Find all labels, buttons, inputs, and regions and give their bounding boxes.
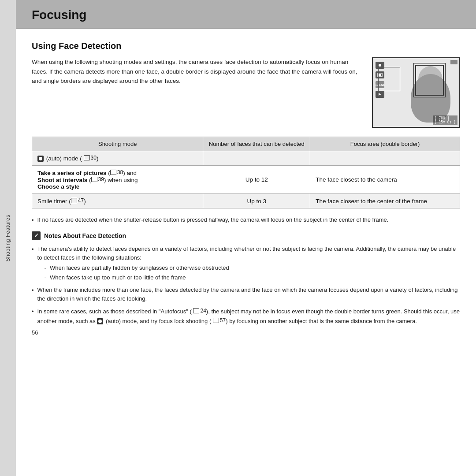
- bullet-dot: •: [32, 216, 34, 225]
- sub-dash: -: [45, 264, 46, 272]
- note-item-1: • The camera's ability to detect faces d…: [32, 245, 460, 282]
- page-ref-57: 57: [213, 316, 226, 325]
- auto-mode-icon: [37, 156, 44, 162]
- page-ref-4: 47: [71, 197, 84, 204]
- sidebar: Shooting Features: [0, 0, 16, 476]
- sub-bullet-1: - When faces are partially hidden by sun…: [45, 264, 460, 272]
- bullet-dot-2: •: [32, 286, 34, 303]
- page-ref-autofocus: 24: [193, 307, 206, 315]
- camera-preview: SCENE [ 780 ][ 15m 0s ]: [372, 57, 460, 128]
- svg-point-0: [379, 64, 381, 67]
- notes-title: Notes About Face Detection: [44, 232, 126, 239]
- page-ref-3: 39: [91, 176, 104, 182]
- mode-label-intervals: Shoot at intervals: [37, 177, 87, 183]
- content-body: Using Face Detection When using the foll…: [16, 29, 476, 476]
- sub-bullet-2: - When faces take up too much or too lit…: [45, 273, 460, 282]
- bullet-dot-3: •: [32, 307, 34, 326]
- note-content-1: The camera's ability to detect faces dep…: [37, 245, 460, 282]
- camera-bottom-info: [ 780 ][ 15m 0s ]: [433, 115, 457, 125]
- table-cell-number-3: Up to 3: [203, 194, 310, 208]
- bullet-item: • If no faces are detected when the shut…: [32, 216, 460, 225]
- intro-area: When using the following shooting modes …: [32, 57, 460, 128]
- main-content: Focusing Using Face Detection When using…: [16, 0, 476, 476]
- note-item-2: • When the frame includes more than one …: [32, 286, 460, 303]
- page-ref-2: 38: [110, 169, 123, 175]
- table-cell-mode-2: Take a series of pictures (38) and Shoot…: [32, 166, 203, 194]
- bullet-dot: •: [32, 245, 34, 282]
- section-title: Using Face Detection: [32, 41, 460, 51]
- table-header-mode: Shooting mode: [32, 137, 203, 151]
- check-mark: ✓: [34, 232, 39, 239]
- notes-check-icon: ✓: [32, 231, 41, 240]
- page-title: Focusing: [32, 8, 460, 22]
- table-cell-focus-2: The face closest to the camera: [310, 166, 460, 194]
- note-item-3: • In some rare cases, such as those desc…: [32, 307, 460, 326]
- table-row: Smile timer (47) Up to 3 The face closes…: [32, 194, 460, 208]
- intro-text: When using the following shooting modes …: [32, 57, 361, 128]
- svg-marker-3: [379, 93, 381, 96]
- sub-text-1: When faces are partially hidden by sungl…: [50, 264, 229, 272]
- focus-box-double: [415, 65, 444, 96]
- table-cell-focus-1: [310, 151, 460, 166]
- table-row: (auto) mode ( 30 ): [32, 151, 460, 166]
- table-header-focus: Focus area (double border): [310, 137, 460, 151]
- mode-label-style: Choose a style: [37, 183, 79, 190]
- camera-top-indicator: [450, 60, 457, 64]
- focus-box-single: [378, 67, 400, 91]
- page-number: 56: [32, 329, 460, 336]
- book-icon-4: [71, 198, 77, 203]
- table-cell-mode-3: Smile timer (47): [32, 194, 203, 208]
- table-cell-number-2: Up to 12: [203, 166, 310, 194]
- sub-dash-2: -: [45, 273, 46, 282]
- note-content-2: When the frame includes more than one fa…: [37, 286, 460, 303]
- book-icon-1: [84, 155, 90, 160]
- camera-mode-icon-4: [376, 91, 384, 98]
- page-ref-1: 30: [84, 155, 97, 161]
- note-content-3: In some rare cases, such as those descri…: [37, 307, 460, 326]
- bullet-section: • If no faces are detected when the shut…: [32, 216, 460, 225]
- note-text-1: The camera's ability to detect faces dep…: [37, 245, 456, 261]
- table-header-number: Number of faces that can be detected: [203, 137, 310, 151]
- table-row: Take a series of pictures (38) and Shoot…: [32, 166, 460, 194]
- sub-text-2: When faces take up too much or too littl…: [50, 273, 186, 282]
- table-cell-focus-3: The face closest to the center of the fr…: [310, 194, 460, 208]
- notes-list: • The camera's ability to detect faces d…: [32, 245, 460, 326]
- detection-table: Shooting mode Number of faces that can b…: [32, 137, 460, 208]
- header-bar: Focusing: [16, 0, 476, 29]
- mode-label-series: Take a series of pictures: [37, 170, 107, 176]
- table-cell-mode-1: (auto) mode ( 30 ): [32, 151, 203, 166]
- book-icon-57: [213, 318, 219, 323]
- bullet-content: If no faces are detected when the shutte…: [37, 216, 460, 225]
- table-cell-number-1: [203, 151, 310, 166]
- book-icon-2: [110, 170, 116, 175]
- auto-mode-icon-2: [97, 318, 103, 324]
- sidebar-label: Shooting Features: [5, 215, 11, 262]
- book-icon-auto: [193, 308, 199, 313]
- book-icon-3: [91, 177, 97, 182]
- notes-header: ✓ Notes About Face Detection: [32, 231, 460, 240]
